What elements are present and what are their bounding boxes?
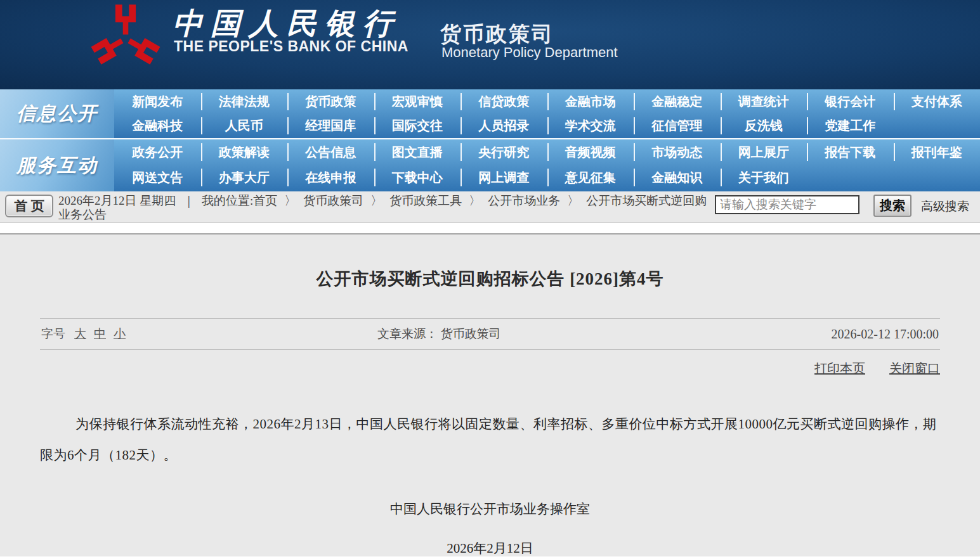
nav-row-2a: 政务公开政策解读公告信息图文直播央行研究音频视频市场动态网上展厅报告下载报刊年鉴 bbox=[114, 139, 980, 165]
breadcrumb-piece[interactable]: 〉 bbox=[370, 194, 382, 207]
nav-row-2b: 网送文告办事大厅在线申报下载中心网上调查意见征集金融知识关于我们 bbox=[114, 165, 980, 190]
advanced-search-link[interactable]: 高级搜索 bbox=[921, 198, 969, 215]
article-sign-date: 2026年2月12日 bbox=[40, 539, 940, 557]
article-source: 文章来源： 货币政策司 bbox=[377, 326, 501, 342]
article-meta-row: 字号 大中小 文章来源： 货币政策司 2026-02-12 17:00:00 bbox=[40, 318, 940, 350]
breadcrumb-piece[interactable]: 2026年2月12日 星期四 bbox=[58, 194, 176, 207]
nav-item[interactable]: 办事大厅 bbox=[201, 165, 288, 190]
breadcrumb-piece[interactable]: 〉 bbox=[469, 194, 481, 207]
font-size-link[interactable]: 小 bbox=[114, 327, 126, 340]
pboc-page: 中国人民银行 THE PEOPLE'S BANK OF CHINA 货币政策司 … bbox=[0, 0, 980, 559]
font-size-label: 字号 bbox=[41, 326, 65, 342]
article-area: 公开市场买断式逆回购招标公告 [2026]第4号 字号 大中小 文章来源： 货币… bbox=[0, 235, 980, 556]
site-banner: 中国人民银行 THE PEOPLE'S BANK OF CHINA 货币政策司 … bbox=[0, 0, 980, 89]
source-label: 文章来源： bbox=[377, 327, 438, 340]
nav-item[interactable]: 在线申报 bbox=[287, 165, 374, 190]
nav-item[interactable]: 公告信息 bbox=[287, 139, 374, 165]
nav-item[interactable]: 人员招录 bbox=[461, 114, 547, 139]
nav-item[interactable]: 征信管理 bbox=[634, 114, 721, 139]
nav-rows: 新闻发布法律法规货币政策宏观审慎信贷政策金融市场金融稳定调查统计银行会计支付体系… bbox=[114, 89, 980, 138]
divider-strip bbox=[0, 222, 980, 235]
font-size-link[interactable]: 中 bbox=[94, 327, 106, 340]
nav-item[interactable]: 法律法规 bbox=[201, 89, 288, 114]
breadcrumb-piece[interactable]: ｜ bbox=[183, 194, 195, 207]
nav-item[interactable]: 反洗钱 bbox=[721, 114, 807, 139]
nav-row-1b: 金融科技人民币经理国库国际交往人员招录学术交流征信管理反洗钱党建工作 bbox=[114, 114, 980, 139]
breadcrumb-piece[interactable]: 货币政策工具 bbox=[389, 194, 462, 207]
nav-item[interactable]: 信贷政策 bbox=[461, 89, 547, 114]
nav-item[interactable]: 新闻发布 bbox=[114, 89, 201, 114]
nav-item[interactable]: 下载中心 bbox=[374, 165, 461, 190]
search-button[interactable]: 搜索 bbox=[873, 195, 911, 217]
nav-section-info: 信息公开 新闻发布法律法规货币政策宏观审慎信贷政策金融市场金融稳定调查统计银行会… bbox=[0, 89, 980, 139]
breadcrumb-piece[interactable]: 〉 bbox=[567, 194, 579, 207]
main-nav: 信息公开 新闻发布法律法规货币政策宏观审慎信贷政策金融市场金融稳定调查统计银行会… bbox=[0, 89, 980, 191]
article-tools: 打印本页 关闭窗口 bbox=[40, 360, 940, 377]
home-button[interactable]: 首 页 bbox=[5, 195, 53, 217]
search-input[interactable] bbox=[715, 195, 859, 214]
bank-name-en: THE PEOPLE'S BANK OF CHINA bbox=[174, 38, 408, 55]
close-window-link[interactable]: 关闭窗口 bbox=[889, 360, 940, 377]
page-title: 公开市场买断式逆回购招标公告 [2026]第4号 bbox=[40, 235, 940, 290]
article-body: 为保持银行体系流动性充裕，2026年2月13日，中国人民银行将以固定数量、利率招… bbox=[40, 409, 940, 471]
nav-item[interactable]: 报刊年鉴 bbox=[894, 139, 980, 165]
nav-item[interactable]: 银行会计 bbox=[807, 89, 894, 114]
nav-item[interactable]: 政务公开 bbox=[114, 139, 201, 165]
source-value: 货币政策司 bbox=[441, 327, 501, 340]
nav-item[interactable]: 党建工作 bbox=[807, 114, 894, 139]
breadcrumb: 2026年2月12日 星期四｜我的位置:首页〉货币政策司〉货币政策工具〉公开市场… bbox=[58, 194, 715, 222]
nav-section-service: 服务互动 政务公开政策解读公告信息图文直播央行研究音频视频市场动态网上展厅报告下… bbox=[0, 139, 980, 191]
nav-item[interactable]: 宏观审慎 bbox=[374, 89, 461, 114]
nav-item[interactable]: 学术交流 bbox=[547, 114, 634, 139]
nav-item[interactable]: 金融科技 bbox=[114, 114, 201, 139]
nav-item[interactable]: 图文直播 bbox=[374, 139, 461, 165]
nav-item[interactable]: 关于我们 bbox=[721, 165, 807, 190]
font-size-links: 大中小 bbox=[74, 326, 133, 342]
publish-datetime: 2026-02-12 17:00:00 bbox=[832, 327, 939, 342]
nav-item[interactable]: 金融市场 bbox=[547, 89, 634, 114]
nav-item[interactable]: 网上调查 bbox=[461, 165, 547, 190]
nav-rows: 政务公开政策解读公告信息图文直播央行研究音频视频市场动态网上展厅报告下载报刊年鉴… bbox=[114, 139, 980, 191]
department-name-en: Monetary Policy Department bbox=[441, 44, 618, 61]
breadcrumb-piece[interactable]: 公开市场业务 bbox=[488, 194, 560, 207]
nav-item[interactable]: 金融知识 bbox=[634, 165, 721, 190]
nav-item[interactable]: 支付体系 bbox=[894, 89, 980, 114]
nav-item[interactable]: 网送文告 bbox=[114, 165, 201, 190]
breadcrumb-piece[interactable]: 我的位置:首页 bbox=[202, 194, 277, 207]
nav-item[interactable]: 货币政策 bbox=[287, 89, 374, 114]
pboc-logo-icon bbox=[88, 1, 164, 76]
nav-item[interactable]: 意见征集 bbox=[547, 165, 634, 190]
nav-item[interactable]: 调查统计 bbox=[721, 89, 807, 114]
nav-item[interactable]: 经理国库 bbox=[287, 114, 374, 139]
nav-item[interactable]: 报告下载 bbox=[807, 139, 894, 165]
nav-item[interactable]: 网上展厅 bbox=[721, 139, 807, 165]
nav-label-service-interaction: 服务互动 bbox=[0, 139, 114, 191]
breadcrumb-piece[interactable]: 货币政策司 bbox=[303, 194, 363, 207]
font-size-link[interactable]: 大 bbox=[74, 327, 86, 340]
nav-item[interactable]: 国际交往 bbox=[374, 114, 461, 139]
nav-item[interactable]: 政策解读 bbox=[201, 139, 288, 165]
nav-item[interactable]: 音频视频 bbox=[547, 139, 634, 165]
nav-row-1a: 新闻发布法律法规货币政策宏观审慎信贷政策金融市场金融稳定调查统计银行会计支付体系 bbox=[114, 89, 980, 114]
breadcrumb-piece[interactable]: 〉 bbox=[284, 194, 296, 207]
breadcrumb-bar: 首 页 2026年2月12日 星期四｜我的位置:首页〉货币政策司〉货币政策工具〉… bbox=[0, 191, 980, 222]
nav-item[interactable]: 市场动态 bbox=[634, 139, 721, 165]
nav-item[interactable]: 人民币 bbox=[201, 114, 288, 139]
article-signoff: 中国人民银行公开市场业务操作室 bbox=[40, 500, 940, 518]
print-page-link[interactable]: 打印本页 bbox=[814, 360, 865, 377]
nav-item[interactable]: 央行研究 bbox=[461, 139, 547, 165]
nav-item[interactable]: 金融稳定 bbox=[634, 89, 721, 114]
nav-label-info-disclosure: 信息公开 bbox=[0, 89, 114, 138]
